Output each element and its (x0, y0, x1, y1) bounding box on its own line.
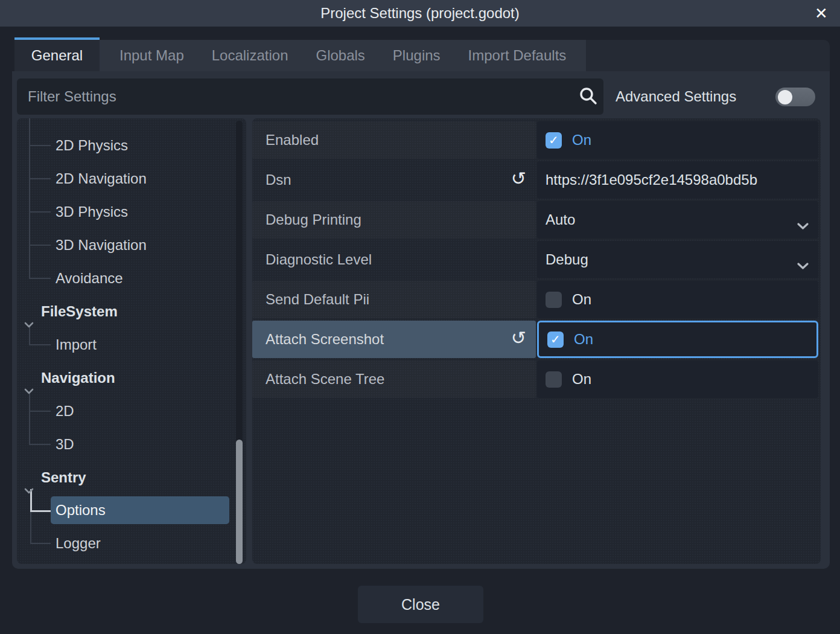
dsn-input[interactable] (546, 171, 810, 188)
tab-input-map[interactable]: Input Map (106, 40, 198, 71)
send-default-pii-checkbox[interactable] (546, 292, 562, 308)
toggle-knob (778, 90, 792, 104)
settings-content: Enabled ✓ On Dsn ↺ (252, 118, 821, 564)
filter-settings-input[interactable] (17, 78, 603, 115)
title-bar: Project Settings (project.godot) ✕ (0, 0, 840, 27)
checkbox-state-label: On (572, 132, 591, 149)
dialog-title: Project Settings (project.godot) (0, 0, 840, 27)
setting-value-cell: On (537, 281, 818, 318)
setting-row-dsn: Dsn ↺ (252, 161, 821, 199)
setting-label: Attach Scene Tree (252, 360, 536, 398)
setting-label: Enabled (252, 121, 536, 159)
setting-row-attach-scene-tree: Attach Scene Tree On (252, 360, 821, 398)
project-settings-dialog: Project Settings (project.godot) ✕ Gener… (0, 0, 840, 634)
sidebar-section-filesystem[interactable]: FileSystem (17, 298, 246, 325)
setting-label: Debug Printing (252, 201, 536, 239)
tab-general[interactable]: General (14, 37, 100, 71)
sidebar-item-2d[interactable]: 2D (17, 397, 246, 425)
setting-value-cell: ✓ On (537, 121, 818, 159)
sidebar-item-2d-physics[interactable]: 2D Physics (17, 132, 246, 159)
setting-row-diagnostic-level: Diagnostic Level Debug (252, 241, 821, 278)
checkbox-state-label: On (572, 291, 591, 308)
setting-label: Send Default Pii (252, 281, 536, 318)
sidebar-item-options[interactable]: Options (17, 496, 246, 524)
sidebar-item-3d-physics[interactable]: 3D Physics (17, 198, 246, 226)
revert-icon[interactable]: ↺ (511, 170, 526, 188)
tab-localization[interactable]: Localization (198, 40, 302, 71)
dropdown-value: Auto (546, 211, 575, 228)
sidebar-item-import[interactable]: Import (17, 331, 246, 359)
attach-scene-tree-checkbox[interactable] (546, 371, 562, 388)
setting-row-debug-printing: Debug Printing Auto (252, 201, 821, 239)
tab-import-defaults[interactable]: Import Defaults (454, 40, 581, 71)
sidebar-scrollbar-thumb[interactable] (236, 440, 243, 564)
revert-icon[interactable]: ↺ (511, 329, 526, 347)
sidebar-item-avoidance[interactable]: Avoidance (17, 264, 246, 292)
chevron-down-icon (797, 257, 809, 274)
attach-screenshot-checkbox[interactable]: ✓ (547, 331, 564, 348)
close-button[interactable]: Close (358, 586, 483, 623)
settings-tree-sidebar: 2D Physics 2D Navigation 3D Physics 3D N… (17, 118, 246, 564)
sidebar-item-logger[interactable]: Logger (17, 530, 246, 557)
setting-value-cell (537, 161, 818, 199)
diagnostic-level-dropdown[interactable]: Debug (537, 241, 818, 278)
sidebar-section-sentry[interactable]: Sentry (17, 464, 246, 492)
setting-label: Diagnostic Level (252, 241, 536, 278)
main-panel: Advanced Settings 2D Physics (12, 71, 830, 569)
chevron-down-icon (797, 217, 809, 234)
sidebar-item-2d-navigation[interactable]: 2D Navigation (17, 165, 246, 193)
tab-globals[interactable]: Globals (302, 40, 378, 71)
setting-row-send-default-pii: Send Default Pii On (252, 281, 821, 318)
setting-row-enabled: Enabled ✓ On (252, 121, 821, 159)
check-icon: ✓ (549, 134, 559, 146)
advanced-settings-toggle[interactable] (775, 88, 815, 106)
setting-label: Attach Screenshot ↺ (252, 321, 536, 358)
advanced-settings-label: Advanced Settings (616, 78, 736, 115)
enabled-checkbox[interactable]: ✓ (546, 132, 562, 149)
sidebar-item-3d-navigation[interactable]: 3D Navigation (17, 231, 246, 259)
check-icon: ✓ (550, 333, 561, 345)
checkbox-state-label: On (572, 371, 591, 388)
search-icon (578, 86, 599, 109)
tab-strip: Input Map Localization Globals Plugins I… (100, 40, 586, 71)
tab-bar: General Input Map Localization Globals P… (14, 37, 586, 71)
setting-value-cell-focused: ✓ On (537, 321, 818, 358)
sidebar-section-navigation[interactable]: Navigation (17, 364, 246, 392)
setting-label: Dsn ↺ (252, 161, 536, 199)
setting-row-attach-screenshot: Attach Screenshot ↺ ✓ On (252, 321, 821, 358)
setting-value-cell: On (537, 360, 818, 398)
debug-printing-dropdown[interactable]: Auto (537, 201, 818, 239)
dropdown-value: Debug (546, 251, 588, 268)
sidebar-item-3d[interactable]: 3D (17, 431, 246, 458)
checkbox-state-label: On (574, 331, 593, 348)
tab-plugins[interactable]: Plugins (379, 40, 454, 71)
close-icon[interactable]: ✕ (811, 3, 832, 24)
